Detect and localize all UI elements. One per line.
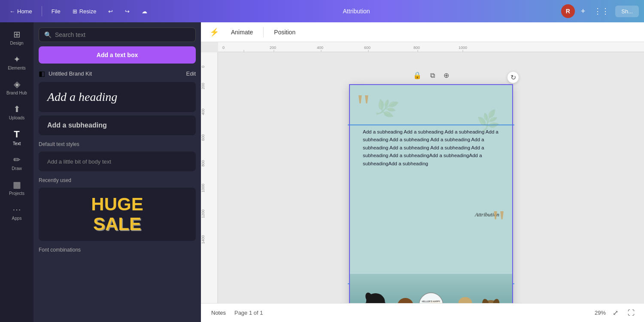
svg-text:200: 200 xyxy=(201,83,205,89)
subheading-style-card[interactable]: Add a subheading xyxy=(39,115,196,135)
bottom-right: 29% ⤢ ⛶ xyxy=(595,308,637,318)
search-container: 🔍 xyxy=(39,27,196,42)
uploads-icon: ⬆ xyxy=(13,104,21,114)
subheading-text: Add a subheading xyxy=(47,122,107,129)
topbar-center: Attribution xyxy=(155,8,557,15)
canvas-viewport[interactable]: 🔒 ⧉ ⊕ ↻ 🌿 🌿 xyxy=(218,52,644,303)
fullscreen-button[interactable]: ⛶ xyxy=(625,308,637,318)
duplicate-button[interactable]: ⧉ xyxy=(428,70,437,81)
body-text-label: Add a little bit of body text xyxy=(47,158,111,165)
canvas-controls: 🔒 ⧉ ⊕ xyxy=(410,70,452,81)
heading-style-card[interactable]: Add a heading xyxy=(39,82,196,112)
ruler-top-svg: 0 200 400 600 800 1000 xyxy=(218,42,644,52)
svg-text:800: 800 xyxy=(201,160,205,167)
text-icon: T xyxy=(14,129,19,140)
pet-image-area: HELLER'S HAPPY TAILS PET SITTING & BOARD… xyxy=(350,274,512,303)
animate-button[interactable]: Animate xyxy=(226,26,258,38)
canvas-area: ⚡ Animate Position 0 200 400 600 800 xyxy=(201,22,644,322)
sidebar-item-uploads[interactable]: ⬆ Uploads xyxy=(2,100,31,124)
undo-button[interactable]: ↩ xyxy=(104,6,117,17)
body-text-card[interactable]: Add a little bit of body text xyxy=(39,152,196,171)
svg-text:1000: 1000 xyxy=(459,46,467,50)
quote-close: " xyxy=(492,205,506,240)
recently-used-label: Recently used xyxy=(39,177,196,183)
sidebar-item-draw[interactable]: ✏ Draw xyxy=(2,151,31,174)
zoom-level: 29% xyxy=(595,310,606,316)
apps-icon: ⋯ xyxy=(12,204,21,215)
more-options-button[interactable]: ⋮⋮ xyxy=(591,5,612,18)
canvas-scroll[interactable]: 0 200 400 600 800 1000 xyxy=(201,42,644,303)
huge-sale-text: HUGE SALE xyxy=(91,194,143,234)
icon-sidebar: ⊞ Design ✦ Elements ◈ Brand Hub ⬆ Upload… xyxy=(0,22,33,322)
huge-text: HUGE xyxy=(91,194,143,214)
home-icon: ← xyxy=(9,8,15,15)
lock-button[interactable]: 🔒 xyxy=(410,70,424,81)
text-panel: 🔍 Add a text box ◧ Untitled Brand Kit Ed… xyxy=(33,22,201,322)
heading-text: Add a heading xyxy=(47,90,117,104)
draw-icon: ✏ xyxy=(13,155,21,165)
add-collaborator-button[interactable]: + xyxy=(578,5,588,18)
user-avatar-button[interactable]: R xyxy=(561,4,575,18)
default-text-styles-label: Default text styles xyxy=(39,141,196,147)
design-canvas[interactable]: ↻ 🌿 🌿 " Add a subheading Add a sub xyxy=(349,85,513,303)
top-toolbar: ← Home File ⊞ Resize ↩ ↪ ☁ Attribution R… xyxy=(0,0,644,22)
divider-1 xyxy=(42,6,42,16)
sidebar-item-projects[interactable]: ▦ Projects xyxy=(2,176,31,199)
share-button[interactable]: Sh... xyxy=(615,6,639,17)
design-icon: ⊞ xyxy=(13,29,21,39)
fit-to-screen-button[interactable]: ⤢ xyxy=(610,308,621,318)
magic-animate-icon[interactable]: ⚡ xyxy=(206,26,222,39)
canvas-content: " Add a subheading Add a subheading Add … xyxy=(350,85,512,274)
home-button[interactable]: ← Home xyxy=(5,6,36,17)
sidebar-item-design[interactable]: ⊞ Design xyxy=(2,26,31,49)
sale-text: SALE xyxy=(91,214,143,234)
resize-button[interactable]: ⊞ Resize xyxy=(68,6,101,17)
file-button[interactable]: File xyxy=(47,6,65,17)
svg-text:1200: 1200 xyxy=(201,210,205,218)
kit-icon: ◧ xyxy=(39,70,45,78)
svg-text:1000: 1000 xyxy=(201,184,205,192)
secondary-toolbar: ⚡ Animate Position xyxy=(201,22,644,42)
subheading-repeated-text: Add a subheading Add a subheading Add a … xyxy=(358,128,504,167)
sidebar-item-text[interactable]: T Text xyxy=(2,125,31,149)
search-input[interactable] xyxy=(55,31,190,38)
kit-title-row: ◧ Untitled Brand Kit xyxy=(39,70,92,78)
sidebar-item-elements[interactable]: ✦ Elements xyxy=(2,51,31,74)
position-button[interactable]: Position xyxy=(269,26,301,38)
elements-icon: ✦ xyxy=(13,54,21,64)
font-combinations-label: Font combinations xyxy=(39,247,196,253)
ruler-left-svg: 0 200 400 600 800 1000 1200 1400 xyxy=(201,52,218,303)
bottom-bar: Notes Page 1 of 1 29% ⤢ ⛶ xyxy=(201,303,644,322)
edit-kit-link[interactable]: Edit xyxy=(186,70,196,77)
svg-text:400: 400 xyxy=(317,46,323,50)
rotate-handle[interactable]: ↻ xyxy=(507,71,519,83)
topbar-right: R + ⋮⋮ Sh... xyxy=(561,4,639,18)
pets-svg: HELLER'S HAPPY TAILS PET SITTING & BOARD… xyxy=(350,274,512,303)
notes-button[interactable]: Notes xyxy=(208,308,229,318)
svg-text:600: 600 xyxy=(364,46,371,50)
toolbar-separator xyxy=(263,27,264,37)
add-text-box-button[interactable]: Add a text box xyxy=(39,46,196,64)
svg-text:400: 400 xyxy=(201,109,205,115)
canvas-wrapper: 🔒 ⧉ ⊕ ↻ 🌿 🌿 xyxy=(349,70,513,303)
svg-text:HELLER'S HAPPY: HELLER'S HAPPY xyxy=(422,301,441,303)
sidebar-item-brand-hub[interactable]: ◈ Brand Hub xyxy=(2,76,31,99)
brand-kit-header: ◧ Untitled Brand Kit Edit xyxy=(39,70,196,78)
add-element-button[interactable]: ⊕ xyxy=(441,70,452,81)
main-layout: ⊞ Design ✦ Elements ◈ Brand Hub ⬆ Upload… xyxy=(0,22,644,322)
document-title: Attribution xyxy=(343,8,370,15)
brand-hub-icon: ◈ xyxy=(14,79,20,89)
cloud-save-button[interactable]: ☁ xyxy=(137,6,152,17)
huge-sale-card[interactable]: HUGE SALE xyxy=(39,188,196,241)
svg-text:600: 600 xyxy=(201,134,205,141)
ruler-left: 0 200 400 600 800 1000 1200 1400 xyxy=(201,52,218,303)
svg-text:0: 0 xyxy=(222,46,225,50)
search-icon: 🔍 xyxy=(44,31,52,38)
redo-button[interactable]: ↪ xyxy=(121,6,134,17)
resize-icon: ⊞ xyxy=(73,8,77,15)
ruler-top: 0 200 400 600 800 1000 xyxy=(218,42,644,52)
svg-text:200: 200 xyxy=(270,46,276,50)
quote-open: " xyxy=(356,89,371,124)
svg-text:0: 0 xyxy=(201,66,205,68)
sidebar-item-apps[interactable]: ⋯ Apps xyxy=(2,201,31,224)
